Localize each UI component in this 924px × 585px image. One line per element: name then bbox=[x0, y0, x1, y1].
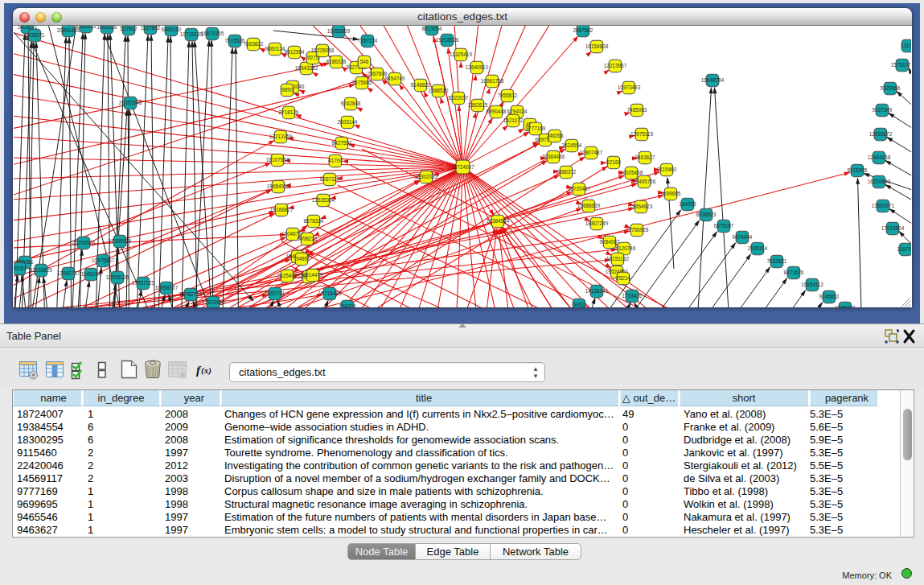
svg-text:1588520: 1588520 bbox=[429, 88, 449, 93]
svg-text:18807249: 18807249 bbox=[585, 220, 609, 226]
svg-text:15751074: 15751074 bbox=[891, 62, 911, 68]
svg-text:8938923: 8938923 bbox=[696, 212, 717, 217]
svg-text:(x): (x) bbox=[201, 365, 211, 376]
svg-text:1733426: 1733426 bbox=[622, 293, 643, 299]
svg-text:16210643: 16210643 bbox=[868, 179, 891, 184]
svg-text:10053809: 10053809 bbox=[327, 28, 351, 34]
svg-text:1621072: 1621072 bbox=[503, 117, 524, 123]
svg-text:19654923: 19654923 bbox=[630, 204, 653, 209]
svg-text:11156829: 11156829 bbox=[30, 267, 52, 273]
svg-text:16154808: 16154808 bbox=[585, 43, 609, 49]
svg-text:13640910: 13640910 bbox=[466, 64, 489, 70]
svg-text:7386372: 7386372 bbox=[556, 169, 577, 175]
svg-text:19166827: 19166827 bbox=[270, 207, 294, 212]
svg-text:10719185: 10719185 bbox=[180, 31, 203, 37]
svg-text:12213967: 12213967 bbox=[604, 63, 627, 68]
svg-text:9245093: 9245093 bbox=[836, 305, 856, 307]
svg-text:1065325: 1065325 bbox=[76, 26, 97, 29]
svg-text:8990448: 8990448 bbox=[487, 109, 507, 114]
svg-text:9699695: 9699695 bbox=[661, 191, 681, 196]
svg-text:1405571: 1405571 bbox=[25, 32, 45, 38]
svg-text:7632621: 7632621 bbox=[767, 258, 787, 264]
svg-text:25214: 25214 bbox=[616, 275, 630, 281]
svg-text:9657791: 9657791 bbox=[265, 290, 285, 296]
svg-text:8427552: 8427552 bbox=[332, 140, 352, 146]
svg-text:20053346: 20053346 bbox=[119, 100, 142, 105]
svg-text:15716485: 15716485 bbox=[318, 290, 342, 296]
svg-text:19384554: 19384554 bbox=[487, 218, 510, 224]
svg-text:17359924: 17359924 bbox=[109, 238, 132, 244]
svg-text:16107554: 16107554 bbox=[266, 157, 290, 163]
svg-text:3624554: 3624554 bbox=[562, 142, 582, 148]
svg-text:11325419: 11325419 bbox=[450, 51, 472, 57]
svg-text:527602: 527602 bbox=[120, 26, 138, 31]
svg-text:7485063: 7485063 bbox=[627, 107, 647, 113]
svg-text:12213369: 12213369 bbox=[269, 134, 293, 139]
svg-text:15226058: 15226058 bbox=[311, 47, 335, 53]
svg-text:9242848: 9242848 bbox=[341, 101, 361, 106]
svg-text:20364436: 20364436 bbox=[542, 154, 565, 159]
svg-text:62160: 62160 bbox=[606, 159, 621, 165]
svg-text:116753: 116753 bbox=[897, 246, 911, 252]
svg-text:10756928: 10756928 bbox=[626, 227, 649, 233]
svg-text:7955812: 7955812 bbox=[498, 93, 518, 98]
svg-text:9777169: 9777169 bbox=[526, 126, 546, 131]
svg-text:8322037: 8322037 bbox=[449, 95, 469, 101]
svg-text:9146821: 9146821 bbox=[411, 82, 431, 88]
svg-text:13535394: 13535394 bbox=[312, 197, 335, 203]
svg-text:10973493: 10973493 bbox=[618, 84, 641, 90]
svg-text:3675685: 3675685 bbox=[352, 80, 372, 85]
svg-text:12923466: 12923466 bbox=[202, 299, 225, 305]
svg-text:9463627: 9463627 bbox=[635, 154, 655, 160]
svg-text:9489: 9489 bbox=[296, 256, 308, 262]
svg-text:2718126: 2718126 bbox=[279, 109, 299, 115]
svg-text:10688609: 10688609 bbox=[577, 203, 601, 208]
svg-text:16671355: 16671355 bbox=[201, 31, 224, 36]
svg-text:14136141: 14136141 bbox=[585, 288, 609, 294]
svg-text:8267110: 8267110 bbox=[320, 176, 340, 182]
svg-text:2935114: 2935114 bbox=[748, 245, 768, 251]
svg-text:9890: 9890 bbox=[281, 87, 294, 93]
svg-text:1362615: 1362615 bbox=[468, 102, 488, 108]
svg-text:16151132: 16151132 bbox=[606, 256, 629, 262]
svg-text:746266: 746266 bbox=[546, 133, 564, 138]
svg-text:13692971: 13692971 bbox=[872, 203, 895, 208]
svg-text:15720407: 15720407 bbox=[568, 186, 591, 192]
svg-text:16120746: 16120746 bbox=[613, 245, 636, 251]
svg-text:9474444: 9474444 bbox=[733, 234, 753, 240]
svg-text:17957225: 17957225 bbox=[132, 280, 155, 286]
svg-text:12975115: 12975115 bbox=[630, 131, 653, 137]
svg-text:9463: 9463 bbox=[573, 302, 585, 307]
svg-text:8215955: 8215955 bbox=[848, 167, 868, 173]
svg-text:10025438: 10025438 bbox=[620, 170, 643, 175]
svg-text:39157: 39157 bbox=[14, 266, 27, 271]
svg-text:6879197: 6879197 bbox=[714, 223, 734, 229]
svg-text:12905135: 12905135 bbox=[106, 274, 129, 280]
svg-text:7625402: 7625402 bbox=[277, 273, 298, 278]
svg-text:16782759: 16782759 bbox=[179, 291, 203, 297]
svg-text:9084067: 9084067 bbox=[600, 239, 620, 245]
svg-text:9498222: 9498222 bbox=[298, 236, 318, 241]
svg-text:12444158: 12444158 bbox=[868, 154, 891, 160]
svg-text:1065326: 1065326 bbox=[97, 26, 117, 30]
svg-text:8186328: 8186328 bbox=[326, 59, 347, 64]
svg-text:12093872: 12093872 bbox=[869, 131, 893, 137]
svg-text:19654975: 19654975 bbox=[267, 183, 290, 189]
svg-text:546: 546 bbox=[360, 59, 369, 64]
svg-text:7663822: 7663822 bbox=[244, 41, 264, 47]
svg-text:10958107: 10958107 bbox=[155, 285, 179, 290]
svg-text:9227349: 9227349 bbox=[873, 107, 893, 113]
svg-text:9329966: 9329966 bbox=[881, 85, 901, 91]
svg-text:16543382: 16543382 bbox=[295, 65, 318, 71]
svg-text:9245652: 9245652 bbox=[819, 294, 840, 299]
svg-text:10975867: 10975867 bbox=[92, 257, 115, 263]
svg-text:2687682: 2687682 bbox=[573, 27, 593, 33]
svg-text:10654112: 10654112 bbox=[801, 282, 823, 287]
svg-text:6466160: 6466160 bbox=[162, 27, 182, 32]
svg-text:19218506: 19218506 bbox=[436, 37, 459, 43]
svg-text:8912954: 8912954 bbox=[285, 49, 305, 55]
svg-text:2603144: 2603144 bbox=[338, 119, 358, 125]
svg-text:41700: 41700 bbox=[328, 158, 343, 163]
svg-text:12942737: 12942737 bbox=[57, 270, 80, 276]
svg-text:20206576: 20206576 bbox=[72, 240, 96, 245]
